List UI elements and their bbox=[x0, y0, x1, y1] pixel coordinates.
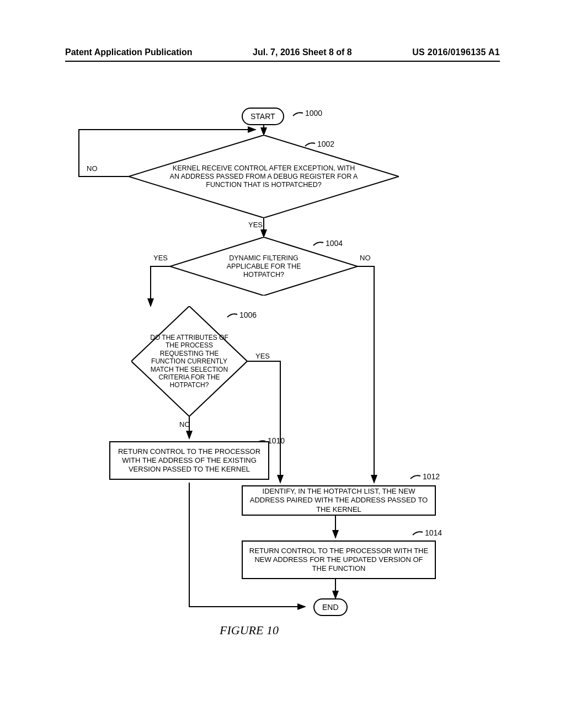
process-1010-text: RETURN CONTROL TO THE PROCESSOR WITH THE… bbox=[115, 447, 264, 474]
branch-1004-yes: YES bbox=[153, 254, 168, 262]
ref-1006: 1006 bbox=[239, 311, 257, 319]
process-1014: RETURN CONTROL TO THE PROCESSOR WITH THE… bbox=[242, 540, 436, 579]
decision-1006: DO THE ATTRIBUTES OF THE PROCESS REQUEST… bbox=[131, 306, 247, 416]
ref-1014: 1014 bbox=[425, 528, 442, 537]
decision-1006-text: DO THE ATTRIBUTES OF THE PROCESS REQUEST… bbox=[144, 334, 234, 389]
process-1012: IDENTIFY, IN THE HOTPATCH LIST, THE NEW … bbox=[242, 485, 436, 516]
branch-1002-no: NO bbox=[87, 164, 98, 173]
process-1010: RETURN CONTROL TO THE PROCESSOR WITH THE… bbox=[109, 441, 269, 480]
branch-1006-no: NO bbox=[179, 420, 190, 429]
ref-1004: 1004 bbox=[326, 239, 343, 248]
process-1012-text: IDENTIFY, IN THE HOTPATCH LIST, THE NEW … bbox=[247, 487, 430, 514]
header-rule bbox=[65, 61, 500, 62]
start-label: START bbox=[250, 112, 275, 121]
branch-1004-no: NO bbox=[360, 254, 371, 262]
page-header: Patent Application Publication Jul. 7, 2… bbox=[65, 47, 500, 57]
ref-1012: 1012 bbox=[423, 472, 440, 481]
terminator-end: END bbox=[313, 598, 348, 616]
terminator-start: START bbox=[242, 108, 284, 125]
figure-caption: FIGURE 10 bbox=[220, 623, 279, 638]
ref-1002: 1002 bbox=[317, 140, 334, 148]
ref-1000: 1000 bbox=[305, 109, 322, 117]
branch-1002-yes: YES bbox=[248, 221, 263, 229]
decision-1004-text: DYNAMIC FILTERING APPLICABLE FOR THE HOT… bbox=[207, 254, 320, 279]
ref-1010: 1010 bbox=[268, 436, 285, 445]
process-1014-text: RETURN CONTROL TO THE PROCESSOR WITH THE… bbox=[247, 547, 430, 574]
end-label: END bbox=[322, 603, 339, 612]
decision-1002-text: KERNEL RECEIVE CONTROL AFTER EXCEPTION, … bbox=[169, 164, 359, 189]
header-right: US 2016/0196135 A1 bbox=[412, 47, 500, 57]
flowchart: START 1000 KERNEL RECEIVE CONTROL AFTER … bbox=[65, 99, 500, 662]
header-center: Jul. 7, 2016 Sheet 8 of 8 bbox=[253, 47, 352, 57]
header-left: Patent Application Publication bbox=[65, 47, 193, 57]
decision-1002: KERNEL RECEIVE CONTROL AFTER EXCEPTION, … bbox=[129, 135, 399, 218]
branch-1006-yes: YES bbox=[255, 352, 270, 360]
